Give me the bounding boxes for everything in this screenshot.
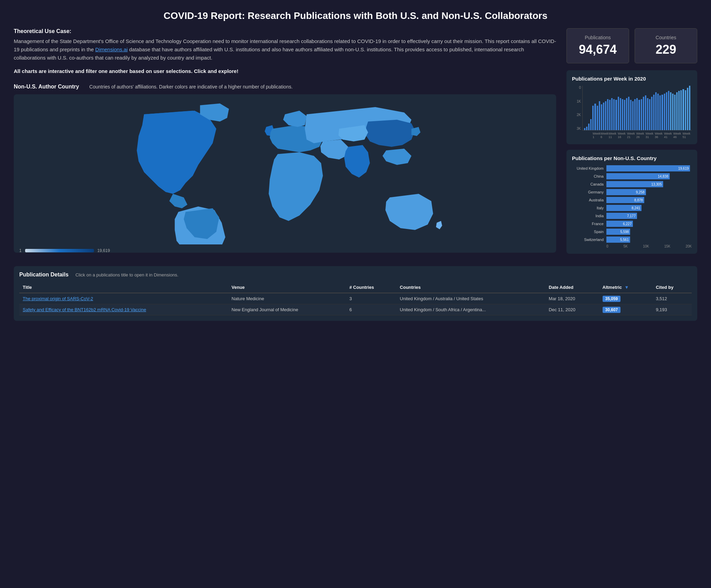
country-bar-value-0: 19,619 (678, 167, 689, 170)
weekly-bar-1[interactable] (586, 127, 587, 130)
col-cited-by: Cited by (652, 282, 692, 293)
weekly-bar-45[interactable] (678, 91, 680, 130)
weekly-bar-3[interactable] (590, 119, 592, 130)
weekly-bar-27[interactable] (641, 99, 642, 130)
country-bar-row[interactable]: India7,177 (572, 213, 692, 219)
country-bar-row[interactable]: France6,227 (572, 221, 692, 227)
col-altmetric[interactable]: Altmetric ▼ (599, 282, 652, 293)
dimensions-link[interactable]: Dimensions.ai (95, 46, 128, 52)
country-bar-wrap-5[interactable]: 8,241 (606, 205, 692, 211)
weekly-bar-26[interactable] (638, 100, 640, 130)
weekly-bar-42[interactable] (672, 94, 673, 130)
weekly-bar-38[interactable] (664, 94, 665, 130)
weekly-bar-46[interactable] (680, 90, 682, 130)
country-bar-row[interactable]: Canada13,305 (572, 181, 692, 187)
country-bar-row[interactable]: Italy8,241 (572, 205, 692, 211)
country-bar-wrap-3[interactable]: 9,258 (606, 189, 692, 195)
weekly-bar-4[interactable] (592, 106, 594, 130)
weekly-bar-0[interactable] (584, 128, 585, 130)
country-bar-wrap-1[interactable]: 14,838 (606, 173, 692, 179)
table-cell-altmetric-1: 30,607 (599, 304, 652, 315)
country-bar-row[interactable]: Germany9,258 (572, 189, 692, 195)
weekly-bar-18[interactable] (622, 99, 623, 130)
table-cell-2-1: United Kingdom / South Africa / Argentin… (396, 304, 545, 315)
weekly-bar-8[interactable] (601, 104, 602, 130)
country-bar-wrap-2[interactable]: 13,305 (606, 181, 692, 187)
country-bar-wrap-0[interactable]: 19,619 (606, 165, 692, 171)
weekly-bar-11[interactable] (607, 99, 608, 130)
weekly-bar-44[interactable] (676, 92, 678, 130)
country-bar-row[interactable]: Australia8,878 (572, 197, 692, 203)
weekly-bar-21[interactable] (628, 97, 629, 130)
weekly-bar-13[interactable] (611, 98, 613, 130)
weekly-bar-24[interactable] (634, 99, 636, 130)
weekly-bars-container[interactable] (582, 86, 692, 130)
weekly-bar-48[interactable] (685, 90, 686, 130)
weekly-bar-33[interactable] (653, 95, 655, 130)
y-label-2k: 2K (572, 113, 581, 117)
y-label-3k: 3K (572, 127, 581, 130)
weekly-bar-17[interactable] (620, 98, 621, 130)
weekly-bar-7[interactable] (599, 101, 600, 130)
publication-link-0[interactable]: The proximal origin of SARS-CoV-2 (23, 296, 93, 301)
world-map-svg[interactable] (19, 100, 551, 244)
country-bar-row[interactable]: Switzerland5,561 (572, 237, 692, 243)
weekly-bar-9[interactable] (603, 103, 604, 130)
weekly-bar-14[interactable] (613, 99, 615, 130)
country-bar-value-6: 7,177 (627, 214, 636, 218)
map-container[interactable]: 1 19,619 (14, 94, 556, 253)
table-row: Safety and Efficacy of the BNT162b2 mRNA… (19, 304, 692, 315)
weekly-bar-30[interactable] (647, 98, 648, 130)
country-name-1: China (572, 174, 606, 178)
country-name-5: Italy (572, 206, 606, 210)
weekly-bar-31[interactable] (649, 99, 650, 130)
weekly-bar-49[interactable] (687, 88, 688, 130)
weekly-bar-20[interactable] (626, 98, 627, 130)
weekly-bar-32[interactable] (651, 97, 652, 130)
weekly-bar-39[interactable] (666, 92, 667, 130)
weekly-bar-19[interactable] (624, 100, 625, 130)
legend-max: 19,619 (97, 248, 110, 253)
weekly-bar-43[interactable] (674, 95, 676, 130)
weekly-bar-28[interactable] (643, 97, 644, 130)
weekly-bar-6[interactable] (597, 106, 598, 130)
weekly-bar-35[interactable] (657, 94, 659, 130)
weekly-x-axis: Week 1 Week 6 Week 11 Week 16 Week 21 We… (582, 132, 692, 139)
country-bar-row[interactable]: Spain5,598 (572, 229, 692, 235)
table-header-row-tr: Title Venue # Countries Countries Date A… (19, 282, 692, 293)
stats-row: Publications 94,674 Countries 229 (566, 28, 697, 63)
country-chart[interactable]: United Kingdom19,619China14,838Canada13,… (572, 165, 692, 243)
country-x-axis: 0 5K 10K 15K 20K (572, 244, 692, 248)
weekly-bar-5[interactable] (594, 104, 596, 130)
country-bar-fill-2: 13,305 (606, 181, 663, 187)
country-bar-wrap-4[interactable]: 8,878 (606, 197, 692, 203)
weekly-bar-36[interactable] (659, 95, 661, 130)
table-cell-3-1: Dec 11, 2020 (545, 304, 599, 315)
country-bar-row[interactable]: United Kingdom19,619 (572, 165, 692, 171)
weekly-bar-12[interactable] (609, 100, 611, 130)
weekly-bar-47[interactable] (682, 89, 684, 130)
weekly-bar-50[interactable] (689, 86, 690, 130)
weekly-bar-22[interactable] (630, 100, 632, 130)
weekly-bar-16[interactable] (618, 97, 619, 130)
country-bar-wrap-7[interactable]: 6,227 (606, 221, 692, 227)
weekly-bar-23[interactable] (632, 101, 634, 130)
weekly-bar-29[interactable] (645, 95, 646, 130)
country-bar-wrap-6[interactable]: 7,177 (606, 213, 692, 219)
weekly-bar-40[interactable] (668, 91, 669, 130)
weekly-bar-15[interactable] (615, 100, 617, 130)
publications-table: Title Venue # Countries Countries Date A… (19, 282, 692, 315)
country-bar-wrap-8[interactable]: 5,598 (606, 229, 692, 235)
weekly-bar-25[interactable] (636, 98, 638, 130)
weekly-bar-37[interactable] (661, 95, 663, 130)
weekly-bar-2[interactable] (588, 124, 590, 130)
publication-link-1[interactable]: Safety and Efficacy of the BNT162b2 mRNA… (23, 307, 146, 312)
col-num-countries: # Countries (346, 282, 396, 293)
weekly-bar-41[interactable] (670, 92, 671, 130)
country-name-4: Australia (572, 198, 606, 202)
country-bar-row[interactable]: China14,838 (572, 173, 692, 179)
weekly-bar-10[interactable] (605, 101, 606, 130)
intro-text-1: Management of the State Department's Off… (14, 37, 556, 62)
weekly-bar-34[interactable] (655, 92, 657, 130)
country-bar-wrap-9[interactable]: 5,561 (606, 237, 692, 243)
